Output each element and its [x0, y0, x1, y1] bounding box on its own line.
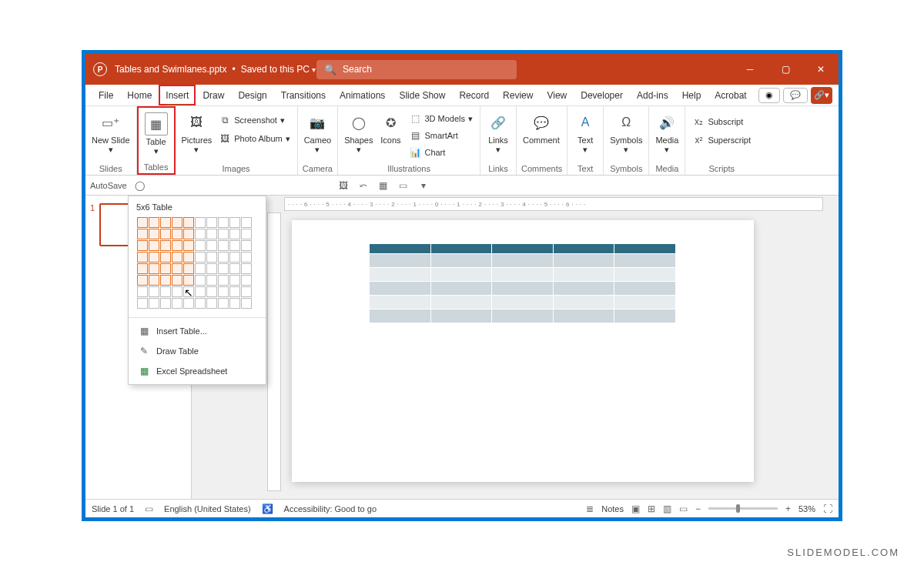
tab-acrobat[interactable]: Acrobat — [708, 85, 753, 105]
superscript-icon: x² — [692, 134, 705, 146]
saved-status[interactable]: Saved to this PC — [241, 64, 316, 75]
photo-album-button[interactable]: 🖼Photo Album ▾ — [216, 131, 292, 146]
watermark: SLIDEMODEL.COM — [787, 547, 899, 558]
table-grid-picker[interactable] — [129, 216, 266, 314]
reading-view-icon[interactable]: ▥ — [663, 503, 671, 514]
subscript-button[interactable]: x₂Subscript — [690, 114, 753, 129]
zoom-level[interactable]: 53% — [798, 504, 815, 513]
inserted-table[interactable] — [369, 243, 677, 323]
qat-dropdown[interactable]: ▾ — [417, 179, 430, 192]
icons-button[interactable]: ✪ Icons — [377, 109, 403, 146]
shapes-button[interactable]: ◯ Shapes▾ — [343, 109, 374, 156]
media-button[interactable]: 🔊Media▾ — [654, 109, 680, 156]
new-slide-icon: ▭⁺ — [99, 111, 122, 134]
new-slide-button[interactable]: ▭⁺ New Slide▾ — [90, 109, 132, 156]
fit-to-window-button[interactable]: ⛶ — [823, 503, 832, 514]
slide-canvas[interactable] — [292, 220, 754, 482]
language-icon: ▭ — [145, 503, 153, 514]
window-controls: ─ ▢ ✕ — [732, 54, 839, 85]
excel-spreadsheet-item[interactable]: ▦Excel Spreadsheet — [129, 361, 266, 381]
table-button[interactable]: ▦ Table▾ — [143, 111, 169, 157]
chart-button[interactable]: 📊Chart — [407, 145, 475, 160]
close-button[interactable]: ✕ — [803, 54, 839, 85]
notes-button[interactable]: Notes — [601, 504, 624, 513]
quick-access-bar: AutoSave ◯ 🖼 ⤺ ▦ ▭ ▾ — [85, 176, 839, 196]
insert-table-item[interactable]: ▦Insert Table... — [129, 321, 266, 341]
search-placeholder: Search — [343, 64, 372, 75]
language-label[interactable]: English (United States) — [164, 504, 251, 513]
screenshot-button[interactable]: ⧉Screenshot ▾ — [216, 112, 292, 128]
qat-icon[interactable]: ⤺ — [357, 179, 370, 192]
tab-slideshow[interactable]: Slide Show — [392, 85, 452, 105]
search-box[interactable]: 🔍 Search — [316, 60, 517, 79]
group-illustrations: ◯ Shapes▾ ✪ Icons ⬚3D Models ▾ ▤SmartArt… — [338, 106, 480, 175]
autosave-label: AutoSave — [90, 181, 127, 190]
maximize-button[interactable]: ▢ — [768, 54, 803, 85]
slide-counter: Slide 1 of 1 — [92, 504, 134, 513]
tab-home[interactable]: Home — [120, 85, 159, 105]
subscript-icon: x₂ — [692, 115, 705, 128]
autosave-toggle[interactable]: ◯ — [133, 179, 147, 192]
pictures-button[interactable]: 🖼 Pictures▾ — [180, 109, 214, 156]
search-icon: 🔍 — [324, 64, 336, 75]
tab-animations[interactable]: Animations — [333, 85, 392, 105]
slideshow-view-icon[interactable]: ▭ — [679, 503, 688, 514]
accessibility-status[interactable]: Accessibility: Good to go — [284, 504, 377, 513]
group-comments: 💬Comment Comments — [517, 106, 567, 175]
record-indicator[interactable]: ◉ — [758, 88, 780, 103]
tab-view[interactable]: View — [540, 85, 574, 105]
table-size-label: 5x6 Table — [129, 199, 266, 216]
tab-file[interactable]: File — [92, 85, 120, 105]
tab-draw[interactable]: Draw — [196, 85, 231, 105]
draw-table-item[interactable]: ✎Draw Table — [129, 341, 266, 361]
smartart-button[interactable]: ▤SmartArt — [407, 128, 475, 143]
tab-transitions[interactable]: Transitions — [274, 85, 333, 105]
text-icon: A — [574, 111, 597, 134]
3dmodels-button[interactable]: ⬚3D Models ▾ — [407, 111, 475, 126]
tab-design[interactable]: Design — [231, 85, 273, 105]
horizontal-ruler: ····6····5····4····3····2····1····0····1… — [284, 197, 823, 211]
tab-help[interactable]: Help — [675, 85, 708, 105]
comment-button[interactable]: 💬Comment — [521, 109, 561, 146]
tab-record[interactable]: Record — [452, 85, 496, 105]
tab-review[interactable]: Review — [496, 85, 540, 105]
comment-icon: 💬 — [530, 111, 553, 134]
group-text: AText▾ Text — [567, 106, 604, 175]
zoom-in-button[interactable]: + — [785, 503, 791, 514]
cameo-button[interactable]: 📷 Cameo▾ — [303, 109, 333, 156]
symbols-button[interactable]: ΩSymbols▾ — [608, 109, 644, 156]
qat-icon[interactable]: ▦ — [377, 179, 390, 192]
tab-developer[interactable]: Developer — [574, 85, 630, 105]
group-tables: ▦ Table▾ Tables — [137, 106, 176, 175]
tab-addins[interactable]: Add-ins — [630, 85, 675, 105]
omega-icon: Ω — [614, 111, 638, 134]
title-text: Tables and Swimlanes.pptx • Saved to thi… — [115, 64, 316, 75]
shapes-icon: ◯ — [347, 111, 370, 134]
minimize-button[interactable]: ─ — [732, 54, 768, 85]
icons-icon: ✪ — [379, 111, 402, 134]
table-dropdown: 5x6 Table ▦Insert Table... ✎Draw Table ▦… — [128, 196, 266, 385]
chart-icon: 📊 — [409, 146, 421, 159]
tab-insert[interactable]: Insert — [159, 85, 196, 105]
accessibility-icon: ♿ — [262, 503, 273, 514]
ribbon-tabs: File Home Insert Draw Design Transitions… — [85, 85, 839, 106]
app-window: P Tables and Swimlanes.pptx • Saved to t… — [82, 50, 842, 521]
comments-toggle[interactable]: 💬 — [783, 88, 808, 103]
group-symbols: ΩSymbols▾ Symbols — [604, 106, 649, 175]
speaker-icon: 🔊 — [655, 111, 678, 134]
smartart-icon: ▤ — [409, 129, 421, 142]
zoom-slider[interactable] — [708, 507, 778, 510]
text-button[interactable]: AText▾ — [572, 109, 598, 156]
qat-icon[interactable]: 🖼 — [336, 179, 350, 192]
links-button[interactable]: 🔗Links▾ — [485, 109, 511, 156]
cube-icon: ⬚ — [409, 112, 421, 125]
qat-icon[interactable]: ▭ — [397, 179, 410, 192]
sorter-view-icon[interactable]: ⊞ — [648, 503, 655, 514]
group-camera: 📷 Cameo▾ Camera — [298, 106, 338, 175]
superscript-button[interactable]: x²Superscript — [690, 132, 753, 148]
normal-view-icon[interactable]: ▣ — [631, 503, 640, 514]
zoom-out-button[interactable]: − — [695, 503, 701, 514]
group-links: 🔗Links▾ Links — [480, 106, 517, 175]
pencil-icon: ✎ — [138, 345, 150, 357]
share-button[interactable]: 🔗▾ — [811, 87, 832, 104]
